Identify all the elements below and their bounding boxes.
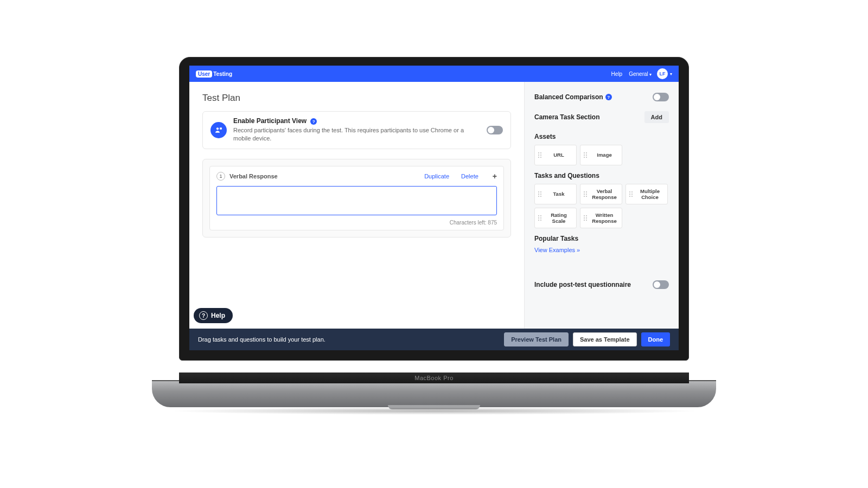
task-tile-task[interactable]: Task <box>534 184 577 204</box>
camera-task-add-button[interactable]: Add <box>644 111 669 123</box>
brand-logo[interactable]: User Testing <box>196 70 232 78</box>
tasks-heading: Tasks and Questions <box>534 172 669 179</box>
help-icon[interactable]: ? <box>310 118 317 125</box>
participant-view-toggle[interactable] <box>487 126 503 134</box>
duplicate-button[interactable]: Duplicate <box>424 173 449 179</box>
laptop-base <box>152 380 716 407</box>
add-task-icon[interactable]: + <box>493 172 497 181</box>
sidebar: Balanced Comparison ? Camera Task Sectio… <box>524 82 679 329</box>
svg-point-0 <box>216 127 219 130</box>
task-textarea[interactable] <box>216 186 497 215</box>
top-bar: User Testing Help General LF ▾ <box>189 66 679 82</box>
drag-handle-icon <box>538 152 542 158</box>
laptop-mockup: User Testing Help General LF ▾ Test Plan <box>152 57 716 431</box>
svg-rect-1 <box>220 127 222 129</box>
task-tile-verbal-response[interactable]: Verbal Response <box>580 184 622 204</box>
asset-tile-image[interactable]: Image <box>580 145 622 165</box>
preview-test-plan-button[interactable]: Preview Test Plan <box>504 332 569 346</box>
main-panel: Test Plan Enable Participant View ? Reco… <box>189 82 524 329</box>
laptop-label: MacBook Pro <box>179 373 689 383</box>
delete-button[interactable]: Delete <box>461 173 478 179</box>
task-number: 1 <box>216 172 225 181</box>
help-link[interactable]: Help <box>611 71 623 77</box>
assets-heading: Assets <box>534 133 669 140</box>
task-card: 1 Verbal Response Duplicate Delete + Cha… <box>209 166 504 230</box>
task-type-label: Verbal Response <box>229 173 278 179</box>
brand-text: Testing <box>213 71 232 77</box>
view-examples-link[interactable]: View Examples » <box>534 247 669 253</box>
page-title: Test Plan <box>202 93 511 104</box>
footer-bar: Drag tasks and questions to build your t… <box>189 329 679 350</box>
drag-handle-icon <box>629 191 633 197</box>
asset-tile-url[interactable]: URL <box>534 145 577 165</box>
drag-handle-icon <box>583 152 588 158</box>
task-tile-rating-scale[interactable]: Rating Scale <box>534 208 577 228</box>
task-list: 1 Verbal Response Duplicate Delete + Cha… <box>202 159 511 237</box>
save-as-template-button[interactable]: Save as Template <box>573 332 637 346</box>
participant-view-desc: Record participants' faces during the te… <box>233 126 480 143</box>
brand-badge: User <box>196 70 212 78</box>
help-icon[interactable]: ? <box>605 94 612 100</box>
done-button[interactable]: Done <box>641 332 671 346</box>
post-test-label: Include post-test questionnaire <box>534 281 631 288</box>
laptop-shadow <box>168 407 700 415</box>
drag-handle-icon <box>583 215 588 221</box>
footer-hint: Drag tasks and questions to build your t… <box>198 336 326 343</box>
avatar[interactable]: LF <box>657 68 668 79</box>
task-tile-written-response[interactable]: Written Response <box>580 208 622 228</box>
post-test-toggle[interactable] <box>653 280 669 289</box>
camera-task-label: Camera Task Section <box>534 113 600 121</box>
participant-view-title: Enable Participant View <box>233 117 307 125</box>
characters-left: Characters left: 875 <box>216 220 497 226</box>
drag-handle-icon <box>538 191 542 197</box>
drag-handle-icon <box>583 191 588 197</box>
popular-tasks-heading: Popular Tasks <box>534 235 669 242</box>
camera-person-icon <box>210 122 227 138</box>
help-fab[interactable]: Help <box>194 308 233 323</box>
workspace-dropdown[interactable]: General <box>629 71 652 77</box>
balanced-comparison-label: Balanced Comparison <box>534 93 603 101</box>
chevron-down-icon[interactable]: ▾ <box>670 72 672 76</box>
task-tile-multiple-choice[interactable]: Multiple Choice <box>626 184 668 204</box>
balanced-comparison-toggle[interactable] <box>653 93 669 101</box>
drag-handle-icon <box>538 215 542 221</box>
help-fab-label: Help <box>211 312 225 319</box>
participant-view-card: Enable Participant View ? Record partici… <box>202 111 511 149</box>
